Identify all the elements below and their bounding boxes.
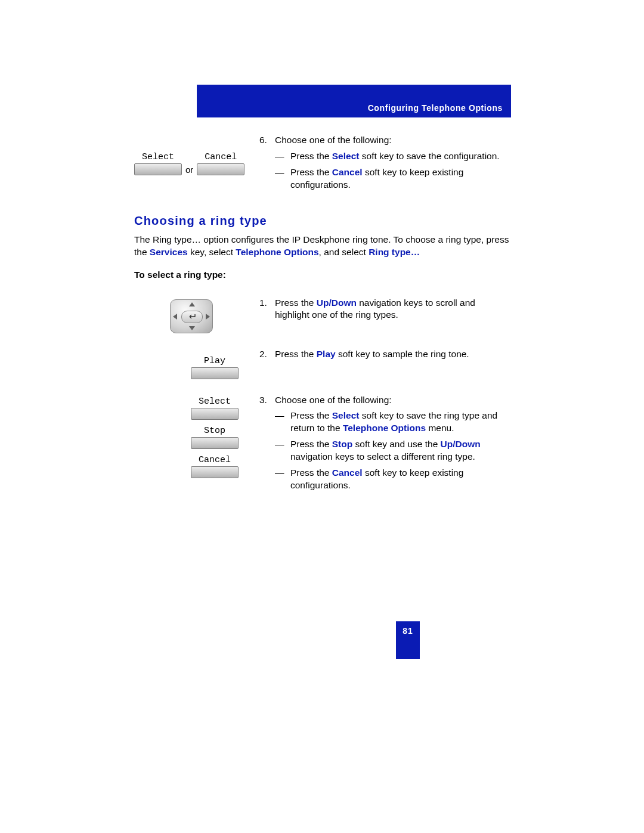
text: navigation keys to select a different ri… — [290, 451, 475, 462]
step-number: 1. — [259, 297, 275, 322]
text: Press the — [275, 349, 317, 359]
text: soft key to sample the ring tone. — [336, 349, 469, 359]
section-title: Choosing a ring type — [134, 214, 511, 228]
content-area: Select or Cancel 6. Choose one of the fo… — [134, 134, 511, 512]
step-line: 1. Press the Up/Down navigation keys to … — [259, 297, 511, 322]
sub-item: — Press the Select soft key to save the … — [275, 150, 511, 163]
softkey-cancel: Cancel — [191, 455, 239, 478]
step-row: 1. Press the Up/Down navigation keys to … — [134, 297, 511, 333]
header-band: Configuring Telephone Options — [197, 85, 511, 117]
text: Press the — [290, 151, 332, 161]
softkey-label: Select — [199, 397, 231, 407]
sub-body: Press the Cancel soft key to keep existi… — [290, 166, 511, 191]
key-stop: Stop — [332, 439, 352, 449]
text: key, select — [188, 247, 236, 257]
text: Press the — [275, 298, 317, 308]
sub-body: Press the Stop soft key and use the Up/D… — [290, 438, 511, 463]
icon-column: Select Stop Cancel — [134, 394, 259, 497]
text-column: 3. Choose one of the following: — Press … — [259, 394, 511, 497]
key-updown: Up/Down — [317, 298, 357, 308]
header-title: Configuring Telephone Options — [368, 103, 503, 113]
softkey-button-icon — [191, 367, 239, 379]
step-row: Play 2. Press the Play soft key to sampl… — [134, 348, 511, 379]
softkey-button-icon — [134, 163, 182, 175]
step-row: Select Stop Cancel 3. — [134, 394, 511, 497]
sub-item: — Press the Cancel soft key to keep exis… — [275, 166, 511, 191]
text: , and select — [319, 247, 369, 257]
softkey-stop: Stop — [191, 426, 239, 449]
dash: — — [275, 438, 290, 463]
softkey-label: Cancel — [205, 152, 237, 162]
softkey-stack: Select Stop Cancel — [134, 394, 259, 478]
key-cancel: Cancel — [332, 167, 363, 177]
text: soft key and use the — [352, 439, 440, 449]
arrow-left-icon — [173, 314, 177, 320]
key-updown: Up/Down — [441, 439, 481, 449]
dash: — — [275, 150, 290, 163]
step-body: Choose one of the following: — Press the… — [275, 394, 511, 494]
step-body: Choose one of the following: — Press the… — [275, 134, 511, 194]
text: soft key to save the configuration. — [359, 151, 499, 161]
icon-column: Select or Cancel — [134, 134, 259, 196]
sub-item: — Press the Cancel soft key to keep exis… — [275, 467, 511, 492]
step-row: Select or Cancel 6. Choose one of the fo… — [134, 134, 511, 196]
text: Press the — [290, 167, 332, 177]
text: menu. — [426, 423, 454, 433]
page-number: 81 — [396, 621, 420, 659]
or-text: or — [185, 165, 193, 175]
softkey-label: Stop — [204, 426, 225, 436]
key-telephone-options: Telephone Options — [236, 247, 318, 257]
text: Press the — [290, 439, 332, 449]
softkey-play: Play — [134, 348, 259, 379]
icon-column — [134, 297, 259, 333]
softkey-button-icon — [191, 466, 239, 478]
sub-body: Press the Select soft key to save the ri… — [290, 410, 511, 435]
icon-column: Play — [134, 348, 259, 379]
softkey-label: Select — [142, 152, 174, 162]
arrow-right-icon — [206, 314, 210, 320]
key-services: Services — [150, 247, 188, 257]
key-telephone-options: Telephone Options — [343, 423, 426, 433]
key-play: Play — [317, 349, 336, 359]
step-intro: Choose one of the following: — [275, 394, 511, 407]
document-page: Configuring Telephone Options Select or … — [0, 0, 644, 833]
key-select: Select — [332, 151, 360, 161]
text-column: 6. Choose one of the following: — Press … — [259, 134, 511, 196]
sub-item: — Press the Stop soft key and use the Up… — [275, 438, 511, 463]
navigation-pad-icon — [170, 299, 213, 333]
step-line: 3. Choose one of the following: — Press … — [259, 394, 511, 494]
key-cancel: Cancel — [332, 467, 363, 478]
key-ring-type: Ring type… — [369, 247, 420, 257]
step-line: 2. Press the Play soft key to sample the… — [259, 348, 511, 361]
sub-item: — Press the Select soft key to save the … — [275, 410, 511, 435]
softkey-button-icon — [191, 437, 239, 449]
arrow-down-icon — [189, 326, 195, 330]
arrow-up-icon — [189, 302, 195, 306]
step-number: 6. — [259, 134, 275, 194]
text-column: 2. Press the Play soft key to sample the… — [259, 348, 511, 379]
softkey-select: Select — [134, 152, 182, 175]
step-line: 6. Choose one of the following: — Press … — [259, 134, 511, 194]
key-select: Select — [332, 410, 360, 420]
softkey-label: Play — [204, 356, 225, 366]
step-number: 2. — [259, 348, 275, 361]
dash: — — [275, 410, 290, 435]
softkey-label: Cancel — [199, 455, 231, 465]
dash: — — [275, 166, 290, 191]
dash: — — [275, 467, 290, 492]
softkey-cancel: Cancel — [197, 152, 244, 175]
step-number: 3. — [259, 394, 275, 494]
step-body: Press the Play soft key to sample the ri… — [275, 348, 511, 361]
sub-body: Press the Select soft key to save the co… — [290, 150, 511, 163]
sub-body: Press the Cancel soft key to keep existi… — [290, 467, 511, 492]
step-intro: Choose one of the following: — [275, 134, 511, 147]
subhead: To select a ring type: — [134, 270, 511, 280]
section-paragraph: The Ring type… option configures the IP … — [134, 234, 511, 259]
text-column: 1. Press the Up/Down navigation keys to … — [259, 297, 511, 333]
softkey-button-icon — [197, 163, 244, 175]
text: Press the — [290, 410, 332, 420]
softkey-button-icon — [191, 408, 239, 420]
softkey-pair: Select or Cancel — [134, 134, 259, 175]
softkey-select: Select — [191, 397, 239, 420]
text: Press the — [290, 467, 332, 478]
